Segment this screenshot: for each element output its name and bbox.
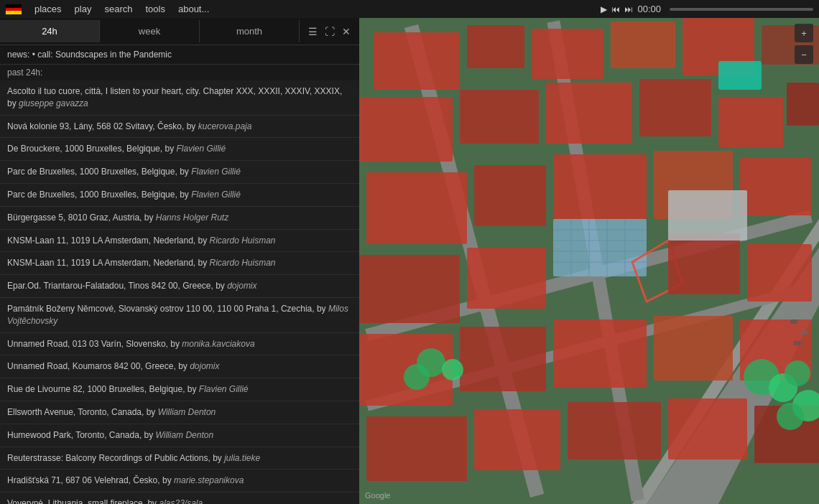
svg-marker-2	[632, 219, 819, 504]
list-item[interactable]: Epar.Od. Triantarou-Falatadou, Tinos 842…	[0, 275, 359, 298]
svg-rect-43	[654, 316, 733, 381]
svg-rect-39	[668, 190, 747, 241]
time-tabs: 24h week month ☰ ⛶ ✕	[0, 18, 359, 45]
svg-rect-13	[718, 61, 762, 90]
list-item[interactable]: De Brouckere, 1000 Bruxelles, Belgique, …	[0, 138, 359, 161]
svg-rect-14	[359, 97, 453, 162]
svg-rect-48	[668, 398, 747, 459]
progress-bar[interactable]	[670, 8, 813, 11]
expand-icon[interactable]: ⛶	[325, 26, 335, 37]
map-panel: Google + −	[359, 18, 819, 504]
svg-rect-45	[366, 416, 467, 481]
list-item[interactable]: Parc de Bruxelles, 1000 Bruxelles, Belgi…	[0, 161, 359, 184]
svg-rect-23	[654, 151, 733, 219]
list-item[interactable]: Ascolto il tuo cuore, città, I listen to…	[0, 80, 359, 116]
player-time: 00:00	[637, 4, 661, 14]
tab-month[interactable]: month	[200, 20, 300, 42]
news-prefix: news:	[7, 50, 29, 60]
list-item[interactable]: Nová kolonie 93, Lány, 568 02 Svitavy, Č…	[0, 116, 359, 139]
skip-back-button[interactable]: ⏮	[611, 4, 620, 14]
list-item[interactable]: Voverynė, Lithuania, small fireplace, by…	[0, 493, 359, 504]
svg-rect-35	[359, 255, 460, 323]
tab-week[interactable]: week	[100, 20, 200, 42]
svg-rect-8	[467, 25, 524, 68]
svg-rect-49	[754, 406, 819, 463]
svg-rect-9	[532, 29, 603, 79]
zoom-in-button[interactable]: +	[795, 24, 813, 42]
list-item[interactable]: Bürgergasse 5, 8010 Graz, Austria, by Ha…	[0, 207, 359, 230]
left-panel: 24h week month ☰ ⛶ ✕ news: • call: Sound…	[0, 18, 359, 504]
svg-rect-5	[404, 24, 545, 498]
svg-rect-19	[787, 83, 819, 126]
map-controls: + −	[795, 24, 813, 64]
main-content: 24h week month ☰ ⛶ ✕ news: • call: Sound…	[0, 18, 819, 504]
tab-24h[interactable]: 24h	[0, 20, 100, 42]
svg-rect-22	[553, 154, 647, 219]
svg-rect-58	[790, 319, 797, 324]
svg-rect-25	[553, 219, 647, 276]
nav-item-tools[interactable]: tools	[145, 4, 165, 14]
svg-rect-0	[359, 18, 819, 504]
list-item[interactable]: Unnamed Road, Koumaros 842 00, Greece, b…	[0, 355, 359, 378]
sound-list[interactable]: Ascolto il tuo cuore, città, I listen to…	[0, 80, 359, 504]
svg-point-56	[792, 390, 819, 421]
svg-rect-6	[547, 21, 644, 502]
svg-rect-17	[639, 79, 711, 136]
svg-rect-4	[366, 281, 813, 411]
top-navigation: places play search tools about... ▶ ⏮ ⏭ …	[0, 0, 819, 18]
list-item[interactable]: Ellsworth Avenue, Toronto, Canada, by Wi…	[0, 401, 359, 424]
svg-rect-10	[611, 22, 675, 68]
svg-point-50	[417, 348, 445, 377]
svg-rect-46	[474, 409, 560, 470]
list-item[interactable]: Reuterstrasse: Balcony Recordings of Pub…	[0, 447, 359, 470]
list-item[interactable]: Parc de Bruxelles, 1000 Bruxelles, Belgi…	[0, 184, 359, 207]
list-item[interactable]: Rue de Livourne 82, 1000 Bruxelles, Belg…	[0, 378, 359, 401]
svg-rect-18	[718, 97, 783, 147]
svg-rect-36	[467, 248, 546, 309]
svg-point-57	[777, 403, 804, 430]
skip-forward-button[interactable]: ⏭	[624, 4, 633, 14]
map-svg	[359, 18, 819, 504]
list-item[interactable]: Humewood Park, Toronto, Canada, by Willi…	[0, 424, 359, 447]
close-icon[interactable]: ✕	[342, 26, 351, 37]
list-item[interactable]: Památník Boženy Němcové, Slovanský ostro…	[0, 298, 359, 333]
svg-rect-15	[460, 90, 539, 144]
svg-rect-11	[682, 18, 754, 75]
svg-rect-42	[553, 319, 647, 388]
svg-point-53	[744, 359, 779, 395]
nav-item-places[interactable]: places	[34, 4, 62, 14]
svg-rect-47	[568, 402, 661, 459]
svg-rect-16	[546, 83, 632, 144]
svg-rect-40	[359, 334, 453, 406]
svg-point-51	[442, 359, 463, 381]
zoom-out-button[interactable]: −	[795, 45, 813, 64]
flag-icon	[6, 4, 22, 14]
tab-action-icons: ☰ ⛶ ✕	[300, 26, 359, 37]
news-text: • call: Soundscapes in the Pandemic	[32, 50, 172, 60]
play-button[interactable]: ▶	[601, 4, 607, 14]
svg-marker-1	[647, 248, 819, 504]
svg-point-52	[404, 364, 430, 390]
player-controls: ▶ ⏮ ⏭ 00:00	[601, 4, 813, 14]
svg-rect-3	[365, 210, 813, 342]
svg-marker-34	[632, 241, 682, 302]
list-item[interactable]: Hradišťská 71, 687 06 Velehrad, Česko, b…	[0, 470, 359, 493]
nav-item-about[interactable]: about...	[178, 4, 209, 14]
nav-item-search[interactable]: search	[104, 4, 132, 14]
svg-rect-60	[794, 341, 801, 345]
list-item[interactable]: Unnamed Road, 013 03 Varín, Slovensko, b…	[0, 333, 359, 356]
svg-rect-21	[474, 165, 546, 226]
svg-rect-24	[740, 158, 812, 215]
svg-rect-59	[801, 330, 808, 335]
svg-rect-37	[668, 233, 740, 294]
svg-point-54	[769, 373, 797, 402]
svg-rect-20	[366, 172, 467, 244]
past-label: past 24h:	[0, 65, 359, 80]
nav-item-play[interactable]: play	[75, 4, 92, 14]
svg-rect-7	[374, 32, 460, 90]
list-item[interactable]: KNSM-Laan 11, 1019 LA Amsterdam, Nederla…	[0, 230, 359, 253]
list-item[interactable]: KNSM-Laan 11, 1019 LA Amsterdam, Nederla…	[0, 252, 359, 275]
svg-rect-44	[740, 319, 812, 381]
svg-rect-38	[747, 244, 812, 302]
list-icon[interactable]: ☰	[308, 26, 318, 37]
